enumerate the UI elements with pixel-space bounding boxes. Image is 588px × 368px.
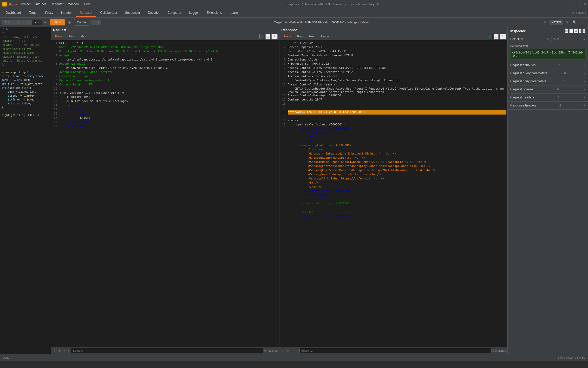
res-line-7: 7 Access-Control-Allow-Methods: GET,POST…: [279, 66, 508, 70]
inspector-res-headers-header[interactable]: Response headers 11 ▼: [508, 102, 588, 109]
minimize-button[interactable]: −: [574, 2, 576, 6]
inspector-close-btn[interactable]: ×: [583, 29, 585, 33]
tab-dashboard[interactable]: Dashboard: [2, 9, 25, 17]
close-button[interactable]: ×: [584, 2, 586, 6]
inspector-res-headers-chevron: ▼: [583, 104, 585, 107]
res-line-3: 3 Date: Wed, 27 Mar 2024 13:43:45 GMT: [279, 50, 508, 54]
tab-comparer[interactable]: Comparer: [164, 9, 185, 17]
response-search-help-btn[interactable]: ?: [281, 349, 285, 353]
source-line-3: -*- coding: utf-8 -*-: [0, 36, 51, 40]
repeater-tab-7[interactable]: 7 ×: [32, 20, 42, 25]
add-tab-button[interactable]: +: [42, 19, 48, 25]
tab-4-close[interactable]: ×: [8, 21, 9, 24]
more-options-button[interactable]: ⋮: [580, 19, 586, 25]
res-line-18a: 18 <span style="color: #000000">: [279, 123, 508, 127]
req-line-15: 15 <H3rmesklt>: [51, 108, 279, 112]
request-view-split-btn[interactable]: ⎅: [265, 34, 270, 39]
response-tab-render[interactable]: Render: [318, 34, 332, 39]
tab-logger[interactable]: Logger: [186, 9, 202, 17]
tab-repeater[interactable]: Repeater: [76, 9, 96, 17]
inspector-req-body-section: Request body parameters 0 ▼: [508, 77, 588, 85]
request-search-next-btn[interactable]: ›: [67, 349, 70, 353]
request-tab-pretty[interactable]: Pretty: [53, 34, 65, 39]
inspector-selection-header[interactable]: Selection 45 (0x2d) ▲: [508, 35, 588, 43]
request-view-text-btn[interactable]: ≡: [259, 34, 264, 39]
edit-target-button[interactable]: ✎: [542, 19, 548, 25]
request-search-help-btn[interactable]: ?: [53, 349, 56, 353]
inspector-req-body-header[interactable]: Request body parameters 0 ▼: [508, 77, 588, 85]
request-search-settings-btn[interactable]: ⚙: [57, 349, 62, 353]
tab-proxy[interactable]: Proxy: [42, 9, 57, 17]
source-line-6: @Last Modified by:: [0, 48, 51, 51]
req-line-17: 17 &hack;: [51, 116, 279, 120]
source-line-11: [0, 67, 51, 71]
tab-learn[interactable]: Learn: [226, 9, 241, 17]
response-search-input[interactable]: [299, 348, 492, 353]
nav-prev-button[interactable]: ‹: [91, 20, 96, 25]
res-line-6: 6 X-Powered-By: PHP/7.3.22: [279, 62, 508, 66]
request-more-btn[interactable]: ⋮: [271, 34, 278, 39]
inspector-req-attributes-header[interactable]: Request attributes 2 ▼: [508, 61, 588, 69]
inspector-req-cookies-header[interactable]: Request cookies 0 ▼: [508, 85, 588, 93]
repeater-tab-6[interactable]: 6 ×: [22, 20, 32, 25]
send-button[interactable]: Send: [50, 19, 65, 25]
req-line-5: 5 Accept-Language:: [51, 62, 279, 66]
response-tab-hex[interactable]: Hex: [306, 34, 317, 39]
request-tab-raw[interactable]: Raw: [66, 34, 77, 39]
search-icon-button[interactable]: 🔍: [571, 19, 578, 25]
tab-target[interactable]: Target: [25, 9, 41, 17]
inspector-view-btn2[interactable]: ⊟: [569, 29, 573, 33]
req-line-4: 4 Accept:: [51, 54, 279, 58]
response-panel-body: 1 HTTP/1.1 200 OK 2 Server: nginx/1.20.1…: [279, 40, 508, 347]
response-search-settings-btn[interactable]: ⚙: [286, 349, 290, 353]
inspector-req-cookies-label: Request cookies: [510, 88, 533, 91]
res-line-14: 14: [279, 106, 508, 110]
inspector-expand-btn[interactable]: ↕: [579, 29, 582, 33]
tab-sequencer[interactable]: Sequencer: [121, 9, 144, 17]
help-icon-button[interactable]: ?: [565, 19, 570, 25]
menu-repeater[interactable]: Repeater: [49, 2, 66, 6]
res-line-21a: <span style="color: #007700">: [279, 202, 508, 206]
response-more-btn[interactable]: ⋮: [500, 34, 506, 39]
response-search-next-btn[interactable]: ›: [295, 349, 298, 353]
tab-collaborator[interactable]: Collaborator: [97, 9, 121, 17]
tab-6-close[interactable]: ×: [28, 21, 29, 24]
menu-help[interactable]: Help: [82, 2, 93, 6]
inspector-req-query-header[interactable]: Request query parameters 0 ▼: [508, 69, 588, 77]
tab-extensions[interactable]: Extensions: [203, 9, 226, 17]
response-search-count: 0 matches: [493, 349, 506, 352]
maximize-button[interactable]: □: [579, 2, 581, 6]
menu-intruder[interactable]: Intruder: [33, 2, 48, 6]
source-line-17: $dom->loadXML($xml: [0, 90, 51, 94]
source-line-13: libxml_disable_entity_loade: [0, 75, 51, 79]
cancel-button[interactable]: Cancel: [74, 19, 89, 26]
settings-icon-button[interactable]: ⚙: [67, 19, 73, 25]
request-search-input[interactable]: [71, 348, 263, 353]
req-line-1: 1 GET / HTTP/1.1: [51, 41, 279, 45]
source-line-22: [0, 110, 51, 114]
response-view-split-btn[interactable]: ⎅: [494, 34, 499, 39]
source-line-7: @Last Modified time:: [0, 51, 51, 55]
inspector-settings-btn[interactable]: ⚙: [574, 29, 578, 33]
inspector-res-headers-label: Response headers: [510, 104, 537, 107]
tab-decoder[interactable]: Decoder: [144, 9, 163, 17]
menu-window[interactable]: Window: [66, 2, 81, 6]
source-line-5: @Date: 2021-01-07: [0, 44, 51, 48]
response-tab-raw[interactable]: Raw: [295, 34, 305, 39]
repeater-tab-5[interactable]: 5 ×: [12, 20, 22, 25]
request-tab-hex[interactable]: Hex: [78, 34, 89, 39]
inspector-view-btn1[interactable]: ⊞: [565, 29, 568, 33]
inspector-req-headers-header[interactable]: Request headers 8 ▼: [508, 93, 588, 101]
menu-project[interactable]: Project: [19, 2, 32, 6]
response-view-text-btn[interactable]: ≡: [488, 34, 493, 39]
response-search-prev-btn[interactable]: ‹: [291, 349, 295, 353]
response-tab-pretty[interactable]: Pretty: [281, 34, 294, 39]
nav-next-button[interactable]: ›: [96, 20, 101, 25]
tab-intruder[interactable]: Intruder: [57, 9, 75, 17]
repeater-tab-4[interactable]: 4 ×: [2, 20, 12, 25]
settings-btn[interactable]: ⚙ Settings: [570, 11, 588, 15]
selected-text-label: Selected text: [510, 44, 585, 48]
tab-5-close[interactable]: ×: [17, 21, 19, 24]
request-search-prev-btn[interactable]: ‹: [63, 349, 66, 353]
tab-7-close[interactable]: ×: [37, 21, 39, 24]
